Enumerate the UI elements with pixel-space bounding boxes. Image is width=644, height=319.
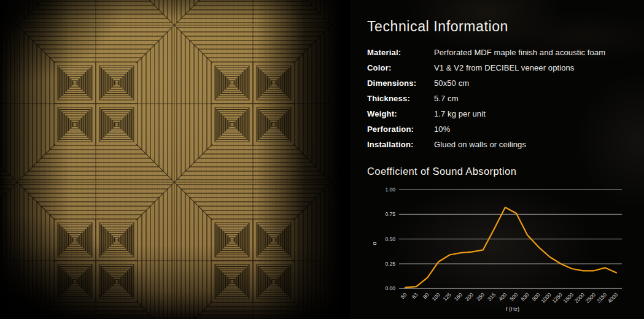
svg-text:2500: 2500 (584, 291, 597, 304)
spec-value: 50x50 cm (434, 79, 469, 88)
svg-text:0.50: 0.50 (385, 236, 395, 242)
svg-text:0.75: 0.75 (385, 211, 395, 217)
technical-info-section: Technical Information Material: Perforat… (367, 0, 638, 319)
spec-row: Dimensions: 50x50 cm (367, 79, 638, 88)
spec-table: Material: Perforated MDF maple finish an… (367, 48, 638, 156)
page-title: Technical Information (367, 18, 508, 35)
spec-value: 1.7 kg per unit (434, 110, 486, 118)
spec-row: Installation: Glued on walls or ceilings (367, 140, 638, 149)
spec-label: Dimensions: (367, 79, 434, 88)
svg-text:3150: 3150 (596, 291, 608, 304)
spec-label: Installation: (367, 140, 434, 149)
sound-absorption-chart: 1.000.750.500.250.0050638010012516020025… (367, 184, 640, 318)
spec-label: Thickness: (367, 94, 434, 103)
photo-vignette (0, 0, 350, 319)
spec-value: V1 & V2 from DECIBEL veneer options (434, 64, 574, 72)
chart-gridlines (399, 190, 622, 288)
x-tick-labels: 5063801001251602002503154005006308001000… (400, 291, 619, 304)
svg-text:2000: 2000 (573, 291, 586, 304)
svg-text:80: 80 (422, 291, 430, 300)
spec-label: Color: (367, 64, 434, 72)
spec-value: Glued on walls or ceilings (434, 140, 526, 149)
svg-text:0.00: 0.00 (385, 285, 395, 291)
svg-text:250: 250 (475, 291, 486, 302)
svg-text:4000: 4000 (607, 291, 619, 304)
svg-text:1250: 1250 (551, 291, 564, 304)
spec-row: Weight: 1.7 kg per unit (367, 110, 638, 118)
svg-text:400: 400 (497, 291, 508, 302)
svg-text:315: 315 (486, 291, 497, 302)
spec-label: Material: (367, 48, 434, 57)
svg-text:1000: 1000 (540, 291, 553, 304)
svg-text:160: 160 (453, 291, 464, 302)
svg-text:50: 50 (400, 291, 408, 300)
spec-value: 10% (434, 125, 450, 134)
spec-label: Weight: (367, 110, 434, 118)
spec-row: Color: V1 & V2 from DECIBEL veneer optio… (367, 64, 638, 72)
svg-text:100: 100 (431, 291, 441, 302)
svg-text:1.00: 1.00 (385, 186, 395, 193)
svg-text:630: 630 (519, 291, 530, 302)
spec-row: Material: Perforated MDF maple finish an… (367, 48, 638, 57)
x-axis-label: f (Hz) (506, 306, 519, 312)
absorption-chart-svg: 1.000.750.500.250.0050638010012516020025… (367, 184, 640, 318)
chart-title: Coefficient of Sound Absorption (367, 166, 516, 177)
spec-label: Perforation: (367, 125, 434, 134)
svg-text:200: 200 (464, 291, 475, 302)
spec-value: Perforated MDF maple finish and acoustic… (434, 48, 605, 57)
spec-row: Perforation: 10% (367, 125, 638, 134)
spec-row: Thickness: 5.7 cm (367, 94, 638, 103)
svg-text:1600: 1600 (562, 291, 575, 304)
y-axis-label: α (371, 242, 378, 245)
acoustic-panel-image (0, 0, 350, 319)
absorption-line-series (405, 207, 616, 288)
svg-text:0.25: 0.25 (385, 261, 395, 267)
svg-text:125: 125 (442, 291, 452, 302)
svg-text:63: 63 (411, 291, 419, 300)
spec-value: 5.7 cm (434, 94, 459, 103)
y-tick-labels: 1.000.750.500.250.00 (385, 186, 395, 291)
svg-text:500: 500 (508, 291, 519, 302)
